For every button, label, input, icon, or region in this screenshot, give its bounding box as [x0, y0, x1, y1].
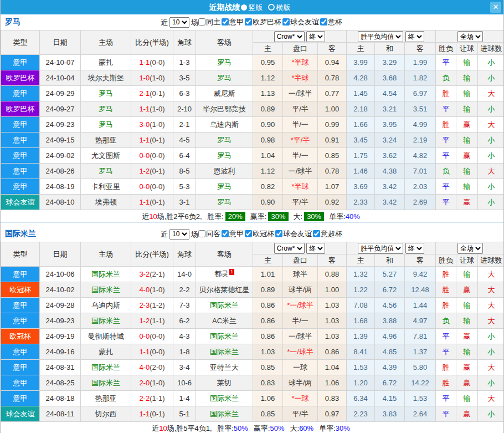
- same-venue-filter-checkbox[interactable]: [198, 18, 205, 26]
- odds-home: 1.04: [253, 148, 283, 164]
- same-venue-filter-checkbox[interactable]: [198, 230, 205, 237]
- odds-home: 1.01: [253, 267, 283, 282]
- league-filter[interactable]: 意甲: [222, 230, 244, 238]
- home-team: 热那亚: [81, 133, 131, 148]
- avg-select[interactable]: 胜平负均值: [358, 243, 403, 254]
- col-winloss: 胜负: [436, 254, 456, 267]
- horizontal-radio-label[interactable]: 横版: [276, 3, 291, 12]
- corners-cell: 4-3: [173, 329, 196, 344]
- col-odds-home: 主: [253, 43, 283, 55]
- odds-home: 0.82: [253, 179, 283, 195]
- match-row: 意甲24-09-15热那亚1-1(0-1)4-5罗马0.98*平/半0.913.…: [1, 133, 504, 148]
- league-badge: 意甲: [1, 344, 40, 360]
- result-goals: 小: [478, 101, 504, 117]
- avg-stage-select[interactable]: 终: [405, 31, 424, 42]
- vertical-radio-icon[interactable]: [241, 4, 247, 11]
- match-row: 欧冠杯24-10-02国际米兰4-0(1-0)2-2贝尔格莱德红星0.89球半/…: [1, 282, 504, 298]
- result-goals: 大: [478, 313, 504, 329]
- games-count-select[interactable]: 10: [169, 229, 189, 240]
- window-title: 近期战绩: [209, 3, 240, 12]
- summary-stat-value: 60%: [299, 424, 313, 432]
- home-team: 卡利亚里: [81, 179, 131, 195]
- horizontal-radio-icon[interactable]: [268, 4, 275, 11]
- league-filter-checkbox[interactable]: [320, 18, 327, 26]
- league-filter-checkbox[interactable]: [275, 230, 282, 237]
- corners-cell: 3-5: [173, 70, 196, 86]
- match-date: 24-09-19: [40, 329, 81, 344]
- odds-away: 0.92: [318, 195, 347, 210]
- odds-away: 1.03: [318, 329, 347, 344]
- league-filter[interactable]: 意超杯: [313, 230, 342, 238]
- result-winloss: 平: [436, 195, 456, 210]
- away-team: 国际米兰: [196, 344, 253, 360]
- avg-home: 1.32: [347, 267, 375, 282]
- games-count-select[interactable]: 10: [169, 17, 189, 28]
- odds-home: 1.03: [253, 344, 283, 360]
- odds-stage-select[interactable]: 终: [306, 31, 325, 42]
- result-goals: 小: [478, 179, 504, 195]
- score-cell: 1-2(1-1): [131, 313, 173, 329]
- bookmaker-select[interactable]: Crow*: [274, 243, 305, 254]
- result-winloss: 平: [436, 101, 456, 117]
- corners-cell: 14-0: [173, 267, 196, 282]
- odds-away: 1.04: [318, 360, 347, 375]
- league-badge: 意甲: [1, 360, 40, 375]
- odds-away: 0.97: [318, 406, 347, 422]
- summary-stat-value: 20%: [225, 212, 245, 221]
- odds-away: 0.91: [318, 133, 347, 148]
- league-badge: 意甲: [1, 133, 40, 148]
- league-filter[interactable]: 欧冠杯: [245, 230, 274, 238]
- col-avg-draw: 和: [375, 254, 405, 267]
- result-handicap: 输: [456, 298, 478, 313]
- same-venue-filter[interactable]: 同主: [198, 18, 220, 26]
- matches-table-inter: 类型 日期 主场 比分(半场) 角球 客场 Crow* 终 胜平负均值 终: [1, 242, 504, 422]
- match-date: 24-08-25: [40, 375, 81, 391]
- col-handicap: 盘口: [283, 43, 318, 55]
- result-goals: 大: [478, 86, 504, 101]
- fulltime-select[interactable]: 全场: [457, 31, 483, 42]
- col-handicap-result: 让球: [456, 43, 478, 55]
- odds-stage-select[interactable]: 终: [306, 243, 325, 254]
- handicap-line: 球半/两: [283, 282, 318, 298]
- league-filter[interactable]: 意甲: [222, 18, 244, 26]
- home-team: 乌迪内斯: [81, 298, 131, 313]
- summary-stat-label: 赢率:: [254, 424, 270, 432]
- league-filter[interactable]: 球会友谊: [282, 18, 319, 26]
- score-cell: 1-1(1-0): [131, 101, 173, 117]
- league-filter[interactable]: 球会友谊: [275, 230, 312, 238]
- summary-stat-value: 30%: [336, 424, 350, 432]
- col-date: 日期: [40, 242, 81, 267]
- league-filter[interactable]: 意杯: [320, 18, 342, 26]
- result-goals: 小: [478, 55, 504, 70]
- fulltime-select[interactable]: 全场: [457, 243, 483, 254]
- filter-row-roma: 罗马 近10场同主意甲欧罗巴杯球会友谊意杯: [1, 14, 503, 30]
- odds-away: 1.00: [318, 101, 347, 117]
- team-name-inter: 国际米兰: [5, 229, 99, 239]
- bookmaker-select[interactable]: Crow*: [274, 31, 305, 42]
- vertical-radio-label[interactable]: 竖版: [249, 3, 263, 12]
- league-filter-checkbox[interactable]: [245, 230, 252, 237]
- league-filter-checkbox[interactable]: [245, 18, 252, 26]
- league-filter-checkbox[interactable]: [222, 230, 229, 237]
- avg-draw: 6.72: [375, 375, 405, 391]
- result-goals: 大: [478, 282, 504, 298]
- league-filter-checkbox[interactable]: [313, 230, 320, 237]
- summary-stat-value: 40%: [346, 212, 360, 221]
- away-team: 威尼斯: [196, 86, 253, 101]
- same-venue-filter[interactable]: 同客: [198, 230, 220, 238]
- corners-cell: 2-10: [173, 101, 196, 117]
- avg-select[interactable]: 胜平负均值: [358, 31, 403, 42]
- score-cell: 1-1(0-0): [131, 55, 173, 70]
- score-cell: 1-1(0-1): [131, 406, 173, 422]
- match-history-window: 近期战绩竖版横版 ✕ 罗马 近10场同主意甲欧罗巴杯球会友谊意杯 类型 日期 主…: [0, 0, 504, 433]
- avg-stage-select[interactable]: 终: [405, 243, 424, 254]
- match-date: 24-08-26: [40, 164, 81, 179]
- close-icon[interactable]: ✕: [490, 2, 501, 13]
- result-goals: 小: [478, 133, 504, 148]
- league-filter-checkbox[interactable]: [222, 18, 229, 26]
- avg-home: 1.39: [347, 329, 375, 344]
- league-filter[interactable]: 欧罗巴杯: [245, 18, 281, 26]
- match-date: 24-10-06: [40, 267, 81, 282]
- league-filter-checkbox[interactable]: [282, 18, 290, 26]
- home-team: 国际米兰: [81, 313, 131, 329]
